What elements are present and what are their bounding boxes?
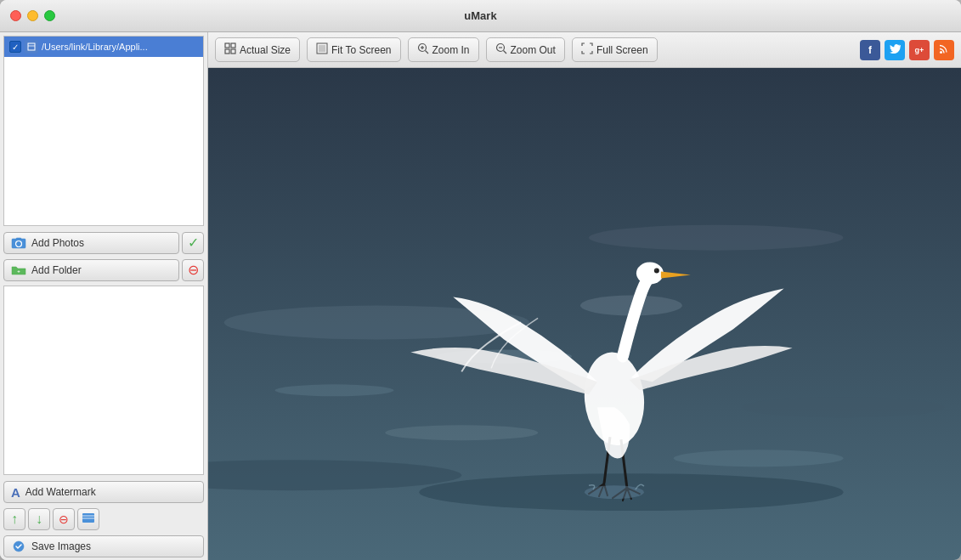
social-icons: f g+ — [860, 40, 954, 60]
add-folder-button[interactable]: + Add Folder — [3, 259, 179, 281]
facebook-button[interactable]: f — [860, 40, 880, 60]
svg-rect-11 — [231, 43, 235, 48]
move-down-icon: ↓ — [36, 512, 42, 527]
save-images-label: Save Images — [31, 540, 91, 552]
svg-point-26 — [589, 225, 843, 251]
svg-point-36 — [636, 263, 664, 285]
file-path-text: /Users/link/Library/Appli... — [42, 42, 148, 52]
main-content: ✓ /Users/link/Library/Appli... Add Photo… — [0, 32, 961, 560]
zoom-in-icon — [417, 42, 429, 57]
checkmark-icon: ✓ — [188, 235, 199, 251]
full-screen-icon — [581, 42, 593, 57]
svg-rect-10 — [225, 43, 229, 48]
save-images-icon — [11, 540, 26, 553]
window-title: uMark — [464, 9, 496, 22]
svg-point-23 — [940, 51, 942, 54]
zoom-in-button[interactable]: Zoom In — [408, 37, 479, 62]
svg-point-31 — [674, 450, 844, 467]
svg-point-41 — [585, 485, 644, 499]
zoom-out-icon — [495, 42, 507, 57]
svg-line-21 — [503, 51, 506, 54]
watermark-settings-icon — [82, 512, 95, 528]
fit-to-screen-label: Fit To Screen — [331, 44, 391, 56]
add-photos-icon — [11, 237, 26, 249]
move-down-button[interactable]: ↓ — [28, 508, 50, 530]
rss-icon — [939, 43, 950, 56]
traffic-lights — [10, 10, 55, 21]
file-list-area: ✓ /Users/link/Library/Appli... — [3, 36, 204, 226]
move-up-button[interactable]: ↑ — [3, 508, 25, 530]
watermark-controls: ↑ ↓ ⊖ — [0, 506, 207, 533]
full-screen-label: Full Screen — [596, 44, 648, 56]
add-photos-button[interactable]: Add Photos — [3, 232, 179, 254]
add-watermark-button[interactable]: A Add Watermark — [3, 481, 204, 503]
svg-line-17 — [425, 51, 428, 54]
zoom-in-label: Zoom In — [432, 44, 470, 56]
fit-to-screen-button[interactable]: Fit To Screen — [307, 37, 400, 62]
egret-image — [208, 68, 961, 560]
remove-button[interactable]: ⊖ — [182, 259, 204, 281]
minimize-button[interactable] — [27, 10, 38, 21]
maximize-button[interactable] — [44, 10, 55, 21]
svg-point-27 — [742, 397, 946, 417]
actual-size-label: Actual Size — [240, 44, 291, 56]
svg-point-37 — [654, 269, 659, 274]
file-list-item[interactable]: ✓ /Users/link/Library/Appli... — [4, 37, 203, 57]
svg-rect-0 — [28, 43, 35, 50]
save-images-row: Save Images — [0, 533, 207, 560]
file-checkbox[interactable]: ✓ — [9, 41, 21, 53]
watermark-settings-button[interactable] — [77, 508, 99, 530]
googleplus-button[interactable]: g+ — [909, 40, 930, 60]
sidebar: ✓ /Users/link/Library/Appli... Add Photo… — [0, 32, 208, 560]
watermark-list-area — [3, 286, 204, 476]
app-window: uMark ✓ /Users/link/Library/Appli... — [0, 0, 961, 560]
actual-size-icon — [224, 42, 236, 57]
zoom-out-button[interactable]: Zoom Out — [486, 37, 565, 62]
svg-point-34 — [385, 425, 538, 440]
close-button[interactable] — [10, 10, 21, 21]
delete-watermark-icon: ⊖ — [59, 512, 69, 526]
svg-text:+: + — [17, 269, 20, 274]
googleplus-icon: g+ — [915, 46, 924, 54]
title-bar: uMark — [0, 0, 961, 32]
file-type-icon — [25, 40, 38, 54]
add-folder-label: Add Folder — [31, 264, 82, 276]
add-watermark-row: A Add Watermark — [0, 478, 207, 506]
image-area — [208, 68, 961, 560]
add-watermark-label: Add Watermark — [25, 486, 96, 498]
confirm-button[interactable]: ✓ — [182, 232, 204, 254]
svg-rect-4 — [16, 238, 21, 240]
remove-icon: ⊖ — [188, 262, 199, 278]
fit-to-screen-icon — [316, 42, 328, 57]
right-pane: Actual Size Fit To Screen Zoom In — [208, 32, 961, 560]
add-folder-row: + Add Folder ⊖ — [0, 257, 207, 284]
svg-rect-13 — [231, 49, 235, 54]
facebook-icon: f — [868, 44, 872, 56]
add-photos-row: Add Photos ✓ — [0, 229, 207, 257]
svg-rect-12 — [225, 49, 229, 54]
full-screen-button[interactable]: Full Screen — [572, 37, 658, 62]
rss-button[interactable] — [934, 40, 954, 60]
delete-watermark-button[interactable]: ⊖ — [53, 508, 75, 530]
add-watermark-icon: A — [11, 485, 20, 500]
svg-point-32 — [275, 384, 394, 396]
twitter-button[interactable] — [885, 40, 905, 60]
add-folder-icon: + — [11, 264, 26, 276]
move-up-icon: ↑ — [11, 512, 18, 527]
svg-point-38 — [655, 269, 657, 271]
actual-size-button[interactable]: Actual Size — [215, 37, 300, 62]
toolbar: Actual Size Fit To Screen Zoom In — [208, 32, 961, 68]
svg-rect-6 — [82, 513, 94, 523]
svg-rect-15 — [319, 45, 325, 52]
zoom-out-label: Zoom Out — [511, 44, 556, 56]
add-photos-label: Add Photos — [31, 237, 84, 249]
twitter-icon — [890, 44, 901, 55]
save-images-button[interactable]: Save Images — [3, 535, 204, 557]
